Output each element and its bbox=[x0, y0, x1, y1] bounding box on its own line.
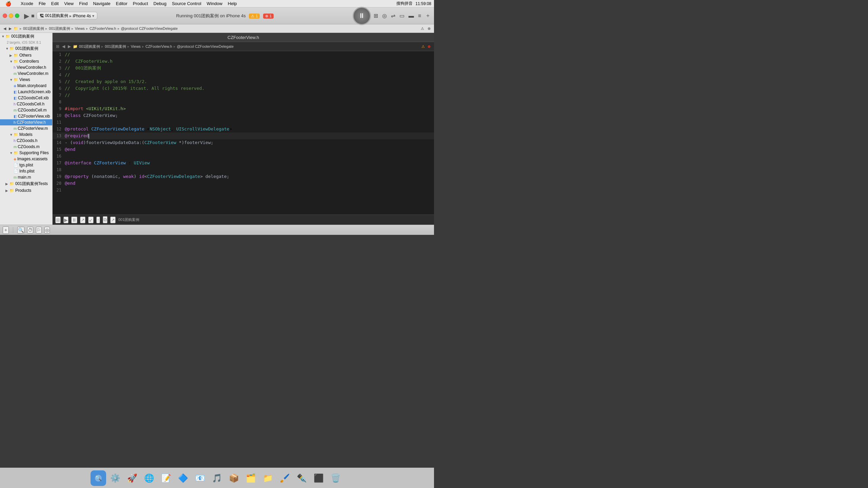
nav-segment-project[interactable]: 001团购案例 bbox=[23, 26, 44, 31]
sidebar-item-images-xcassets[interactable]: ◈ Images.xcassets bbox=[0, 156, 52, 162]
sidebar-item-launchscreen-xib[interactable]: ◧ LaunchScreen.xib bbox=[0, 89, 52, 95]
add-file-btn[interactable]: ＋ bbox=[3, 226, 9, 234]
add-btn[interactable]: ＋ bbox=[425, 12, 431, 20]
nav-warning-btn[interactable]: ⚠ bbox=[420, 26, 425, 32]
sidebar-item-czfooterview-xib[interactable]: ◧ CZFooterView.xib bbox=[0, 113, 52, 119]
menu-window[interactable]: Window bbox=[204, 0, 225, 7]
editor-view-btn[interactable]: ⊞ bbox=[55, 217, 61, 223]
code-editor[interactable]: 1 // 2 // CZFooterView.h 3 // 001团购案例 4 … bbox=[53, 51, 434, 215]
scheme-selector[interactable]: 🏗 001团购案例 ▸ iPhone 4s ▾ bbox=[37, 12, 97, 20]
nav-segment-file[interactable]: CZFooterView.h bbox=[90, 26, 116, 30]
sidebar-item-products[interactable]: ▶ 📁 Products bbox=[0, 187, 52, 194]
menu-product[interactable]: Product bbox=[130, 0, 151, 7]
editor-back-btn[interactable]: ◀ bbox=[61, 43, 66, 49]
menu-view[interactable]: View bbox=[61, 0, 76, 7]
minimize-button[interactable] bbox=[9, 14, 13, 18]
nav-project-label: 001团购案例 bbox=[79, 44, 100, 49]
editor-forward-btn[interactable]: ▶ bbox=[67, 43, 72, 49]
menu-file[interactable]: File bbox=[36, 0, 48, 7]
sidebar-item-viewcontroller-h[interactable]: h ViewController.h bbox=[0, 64, 52, 70]
line-content bbox=[65, 153, 434, 160]
maximize-button[interactable] bbox=[15, 14, 19, 18]
sidebar-item-models[interactable]: ▼ 📁 Models bbox=[0, 131, 52, 138]
menu-navigate[interactable]: Navigate bbox=[90, 0, 113, 7]
sidebar-item-main-m[interactable]: m main.m bbox=[0, 174, 52, 180]
run-button[interactable]: ▶ bbox=[24, 12, 29, 20]
nav-views-label: Views bbox=[131, 44, 141, 48]
editor-step-over-btn[interactable]: ↗ bbox=[80, 217, 85, 223]
nav-segment-views[interactable]: Views bbox=[75, 26, 85, 30]
nav-segment-group[interactable]: 001团购案例 bbox=[49, 26, 70, 31]
nav-segment-0[interactable]: 📁 bbox=[14, 26, 18, 31]
line-number: 1 bbox=[53, 51, 65, 58]
menu-help[interactable]: Help bbox=[225, 0, 240, 7]
line-content: // bbox=[65, 92, 434, 99]
device-name: iPhone 4s bbox=[73, 14, 91, 18]
structure-view-btn[interactable]: ⊞ bbox=[373, 12, 379, 20]
sidebar-item-czgoodscell-h[interactable]: h CZGoodsCell.h bbox=[0, 101, 52, 107]
sidebar-item-supporting-files[interactable]: ▼ 📁 Supporting Files bbox=[0, 150, 52, 156]
sort-btn[interactable]: ⏱ bbox=[27, 227, 33, 233]
sidebar-item-viewcontroller-m[interactable]: m ViewController.m bbox=[0, 70, 52, 77]
sidebar-item-main-storyboard[interactable]: ◈ Main.storyboard bbox=[0, 83, 52, 89]
nav-back-btn[interactable]: ◀ bbox=[3, 26, 7, 32]
sidebar-item-tgs-plist[interactable]: 📄 tgs.plist bbox=[0, 162, 52, 168]
filter-btn[interactable]: 🔍 bbox=[17, 227, 24, 233]
editor-pause-2-btn[interactable]: ⏸ bbox=[71, 217, 77, 223]
editor-share-btn[interactable]: ↗ bbox=[110, 217, 116, 223]
stop-button[interactable]: ■ bbox=[31, 13, 35, 19]
sidebar-item-others[interactable]: ▶ 📁 Others bbox=[0, 52, 52, 58]
sidebar: ▼ 📁 001团购案例 2 targets, iOS SDK 8.1 ▼ 📁 0… bbox=[0, 33, 53, 225]
editor-error-icon[interactable]: ⊗ bbox=[427, 44, 431, 49]
sidebar-item-czgoodscell-m[interactable]: m CZGoodsCell.m bbox=[0, 107, 52, 113]
nav-segment-symbol[interactable]: @protocol CZFooterViewDelegate bbox=[121, 26, 178, 30]
viewcontroller-m-label: ViewController.m bbox=[18, 71, 48, 76]
sidebar-item-info-plist[interactable]: 📄 Info.plist bbox=[0, 168, 52, 174]
code-line-1: 1 // bbox=[53, 51, 434, 58]
sidebar-item-czgoods-h[interactable]: h CZGoods.h bbox=[0, 138, 52, 144]
sidebar-item-czgoodscell-xib[interactable]: ◧ CZGoodsCell.xib bbox=[0, 95, 52, 101]
products-label: Products bbox=[15, 188, 31, 193]
nav-error-btn[interactable]: ⊗ bbox=[427, 26, 431, 32]
sidebar-item-group-main[interactable]: ▼ 📁 001团购案例 bbox=[0, 45, 52, 52]
editor-step-out-btn[interactable]: ↑ bbox=[96, 217, 100, 223]
sidebar-item-views[interactable]: ▼ 📁 Views bbox=[0, 77, 52, 83]
menu-source-control[interactable]: Source Control bbox=[169, 0, 204, 7]
line-number: 12 bbox=[53, 126, 65, 133]
sidebar-item-czfooterview-h[interactable]: h CZFooterView.h bbox=[0, 119, 52, 125]
layout-split-btn[interactable]: ▬ bbox=[408, 12, 415, 20]
menu-edit[interactable]: Edit bbox=[48, 0, 61, 7]
diff-view-btn[interactable]: ◎ bbox=[381, 12, 388, 20]
line-content bbox=[65, 119, 434, 126]
sidebar-item-tests[interactable]: ▶ 📁 001团购案例Tests bbox=[0, 180, 52, 187]
pause-button[interactable]: ⏸ bbox=[353, 7, 371, 25]
sidebar-item-czfooterview-m[interactable]: m CZFooterView.m bbox=[0, 125, 52, 131]
editor-structure-btn[interactable]: ⊞ bbox=[55, 43, 60, 49]
editor-layout-btn[interactable]: ⧉ bbox=[103, 216, 107, 223]
models-label: Models bbox=[19, 132, 33, 137]
close-button[interactable] bbox=[3, 14, 7, 18]
menu-find[interactable]: Find bbox=[76, 0, 90, 7]
nav-forward-btn[interactable]: ▶ bbox=[8, 26, 12, 32]
editor-warning-icon[interactable]: ⚠ bbox=[421, 44, 426, 49]
line-content: @required bbox=[65, 133, 434, 139]
layout-single-btn[interactable]: ▭ bbox=[399, 12, 405, 20]
menu-editor[interactable]: Editor bbox=[113, 0, 130, 7]
apple-menu[interactable]: 🍎 bbox=[3, 0, 14, 7]
code-line-11: 11 bbox=[53, 119, 434, 126]
menu-debug[interactable]: Debug bbox=[151, 0, 169, 7]
sidebar-item-czgoods-m[interactable]: m CZGoods.m bbox=[0, 144, 52, 150]
editor-step-in-btn[interactable]: ↙ bbox=[88, 217, 94, 223]
history-btn[interactable]: ⇌ bbox=[390, 12, 396, 20]
sidebar-item-controllers[interactable]: ▼ 📁 Controllers bbox=[0, 58, 52, 64]
sidebar-item-project-root[interactable]: ▼ 📁 001团购案例 bbox=[0, 33, 52, 40]
scm-btn[interactable]: ⚐ bbox=[36, 227, 42, 233]
views-label: Views bbox=[19, 77, 30, 82]
layout-triple-btn[interactable]: ≡ bbox=[417, 12, 422, 20]
menu-xcode[interactable]: Xcode bbox=[18, 0, 36, 7]
sidebar-item-project-detail: 2 targets, iOS SDK 8.1 bbox=[0, 40, 52, 45]
h-file-icon: h bbox=[14, 65, 16, 69]
editor-play-btn[interactable]: ▶ bbox=[63, 217, 68, 223]
annotate-btn[interactable]: ◎ bbox=[44, 227, 50, 233]
line-number: 3 bbox=[53, 65, 65, 72]
